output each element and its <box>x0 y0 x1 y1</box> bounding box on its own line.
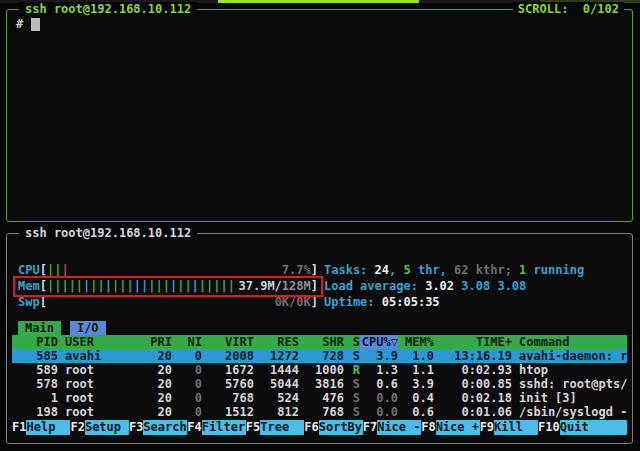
cell-cpu: 0.0 <box>360 391 398 405</box>
load-average-line: Load average: 3.02 3.08 3.08 <box>324 278 584 294</box>
header-user[interactable]: USER <box>58 335 136 349</box>
load-1m: 3.02 <box>425 279 454 293</box>
cell-mem: 3.9 <box>398 377 434 391</box>
header-time[interactable]: TIME+ <box>434 335 512 349</box>
fkey-f5[interactable]: F5 <box>246 420 260 435</box>
cell-pid: 585 <box>12 349 58 363</box>
shell-prompt: # <box>16 17 23 31</box>
cell-shr: 728 <box>299 349 344 363</box>
htop-screen: CPU[|||7.7%] Mem[|||||||||||||||||||||||… <box>12 246 627 440</box>
cell-time: 0:02.18 <box>434 391 512 405</box>
cell-shr: 3816 <box>299 377 344 391</box>
terminal-multiplexer-screen: ssh root@192.168.10.112 SCROLL: 0/102 # … <box>0 0 640 451</box>
process-row[interactable]: 198 root 20 0 1512 812 768 S 0.0 0.6 0:0… <box>12 405 627 419</box>
mem-total: 128M <box>282 279 311 293</box>
swap-meter: Swp[0K/0K] <box>18 294 318 310</box>
fkey-filter-button[interactable]: Filter <box>202 420 246 435</box>
bracket: ] <box>311 262 318 278</box>
process-row[interactable]: 589 root 20 0 1672 1444 1000 R 1.3 1.1 0… <box>12 363 627 377</box>
fkey-tree-button[interactable]: Tree <box>260 420 304 435</box>
cell-user: root <box>58 377 136 391</box>
cell-shr: 1000 <box>299 363 344 377</box>
cell-pid: 578 <box>12 377 58 391</box>
cell-shr: 476 <box>299 391 344 405</box>
top-pane-title: ssh root@192.168.10.112 <box>19 2 197 16</box>
cell-cpu: 3.9 <box>360 349 398 363</box>
load-5m: 3.08 <box>454 279 490 293</box>
cell-mem: 0.4 <box>398 391 434 405</box>
fkey-f4[interactable]: F4 <box>187 420 201 435</box>
bottom-pane-title: ssh root@192.168.10.112 <box>19 226 197 240</box>
cell-command: sshd: root@pts/1 <box>512 377 627 391</box>
cell-state: R <box>344 363 360 377</box>
cell-pid: 198 <box>12 405 58 419</box>
cell-pri: 20 <box>136 349 172 363</box>
cell-time: 0:00.85 <box>434 377 512 391</box>
bracket: [ <box>40 262 47 278</box>
cell-time: 13:16.19 <box>434 349 512 363</box>
cell-user: root <box>58 363 136 377</box>
header-mem[interactable]: MEM% <box>398 335 434 349</box>
cell-mem: 0.6 <box>398 405 434 419</box>
swap-meter-value: 0K/0K <box>275 294 311 310</box>
fkey-f7[interactable]: F7 <box>363 420 377 435</box>
process-row[interactable]: 578 root 20 0 5760 5044 3816 S 0.6 3.9 0… <box>12 377 627 391</box>
cell-pri: 20 <box>136 363 172 377</box>
header-pri[interactable]: PRI <box>136 335 172 349</box>
process-row[interactable]: 1 root 20 0 768 524 476 S 0.0 0.4 0:02.1… <box>12 391 627 405</box>
header-command[interactable]: Command <box>512 335 627 349</box>
fkey-nice-minus-button[interactable]: Nice - <box>377 420 421 435</box>
fkey-kill-button[interactable]: Kill <box>494 420 538 435</box>
cell-virt: 1512 <box>202 405 254 419</box>
fkey-f1[interactable]: F1 <box>12 420 26 435</box>
cell-res: 1444 <box>254 363 299 377</box>
cell-time: 0:01.06 <box>434 405 512 419</box>
cell-ni: 0 <box>172 377 202 391</box>
fkey-sortby-button[interactable]: SortBy <box>319 420 363 435</box>
header-ni[interactable]: NI <box>172 335 202 349</box>
fkey-f9[interactable]: F9 <box>480 420 494 435</box>
mem-meter-label: Mem <box>18 278 40 294</box>
tasks-sep: , <box>389 263 403 277</box>
header-virt[interactable]: VIRT <box>202 335 254 349</box>
pane-shell[interactable]: ssh root@192.168.10.112 SCROLL: 0/102 # <box>6 9 633 222</box>
fkey-f6[interactable]: F6 <box>304 420 318 435</box>
header-state[interactable]: S <box>344 335 360 349</box>
tab-io[interactable]: I/O <box>70 321 106 335</box>
cell-cpu: 1.3 <box>360 363 398 377</box>
cell-pri: 20 <box>136 405 172 419</box>
fkey-f10[interactable]: F10 <box>538 420 560 435</box>
function-key-bar: F1Help F2Setup F3Search F4Filter F5Tree … <box>12 420 627 435</box>
swap-meter-label: Swp <box>18 294 40 310</box>
tasks-label: Tasks: <box>324 263 375 277</box>
cell-res: 812 <box>254 405 299 419</box>
tab-main[interactable]: Main <box>18 321 61 335</box>
fkey-help-button[interactable]: Help <box>26 420 70 435</box>
fkey-f3[interactable]: F3 <box>129 420 143 435</box>
cell-cpu: 0.6 <box>360 377 398 391</box>
htop-tabs: Main I/O <box>18 321 106 335</box>
process-row-selected[interactable]: 585 avahi 20 0 2008 1272 728 S 3.9 1.0 1… <box>12 349 627 363</box>
threads-label: thr, <box>411 263 454 277</box>
header-pid[interactable]: PID <box>12 335 58 349</box>
cell-virt: 5760 <box>202 377 254 391</box>
pane-htop[interactable]: ssh root@192.168.10.112 CPU[|||7.7%] Mem… <box>6 233 633 444</box>
header-shr[interactable]: SHR <box>299 335 344 349</box>
cell-command: htop <box>512 363 627 377</box>
cell-virt: 768 <box>202 391 254 405</box>
uptime-line: Uptime: 05:05:35 <box>324 294 584 310</box>
fkey-quit-button[interactable]: Quit <box>560 420 627 435</box>
cell-state: S <box>344 349 360 363</box>
swap-meter-bars <box>47 294 275 310</box>
header-res[interactable]: RES <box>254 335 299 349</box>
fkey-setup-button[interactable]: Setup <box>85 420 129 435</box>
fkey-f2[interactable]: F2 <box>70 420 84 435</box>
bracket: [ <box>40 294 47 310</box>
bracket: [ <box>40 278 47 294</box>
mem-meter: Mem[||||||||||||||||||||||||||37.9M/128M… <box>18 278 318 294</box>
htop-summary: Tasks: 24, 5 thr, 62 kthr; 1 running Loa… <box>324 262 584 310</box>
fkey-nice-plus-button[interactable]: Nice + <box>436 420 480 435</box>
fkey-f8[interactable]: F8 <box>421 420 435 435</box>
fkey-search-button[interactable]: Search <box>143 420 187 435</box>
header-cpu-sort[interactable]: CPU%▽ <box>360 335 398 349</box>
